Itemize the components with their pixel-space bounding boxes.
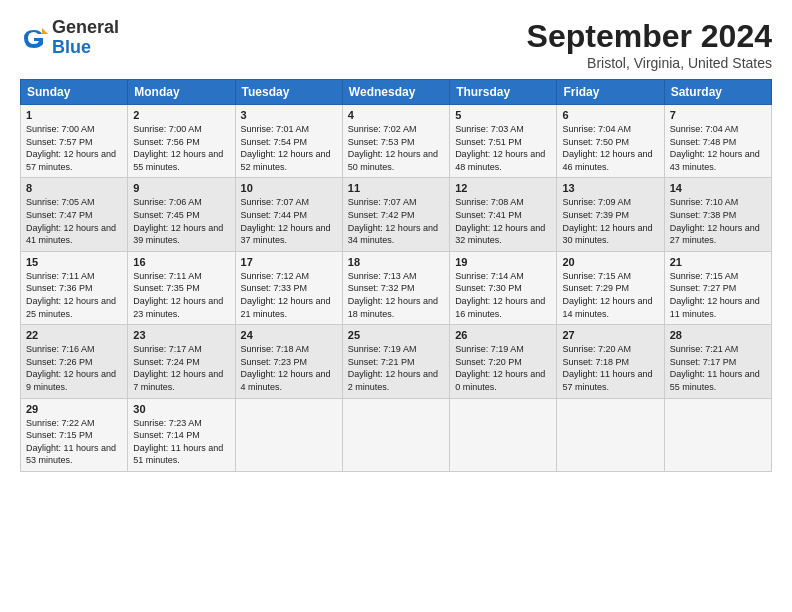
calendar-week-5: 29 Sunrise: 7:22 AM Sunset: 7:15 PM Dayl…: [21, 398, 772, 471]
day-number: 27: [562, 329, 658, 341]
day-number: 4: [348, 109, 444, 121]
day-number: 18: [348, 256, 444, 268]
calendar-header-wednesday: Wednesday: [342, 80, 449, 105]
calendar-cell: 6 Sunrise: 7:04 AM Sunset: 7:50 PM Dayli…: [557, 105, 664, 178]
logo-text: General Blue: [52, 18, 119, 58]
calendar-cell: 18 Sunrise: 7:13 AM Sunset: 7:32 PM Dayl…: [342, 251, 449, 324]
day-info: Sunrise: 7:19 AM Sunset: 7:21 PM Dayligh…: [348, 343, 444, 393]
day-number: 8: [26, 182, 122, 194]
calendar-cell: 1 Sunrise: 7:00 AM Sunset: 7:57 PM Dayli…: [21, 105, 128, 178]
day-info: Sunrise: 7:00 AM Sunset: 7:57 PM Dayligh…: [26, 123, 122, 173]
day-info: Sunrise: 7:22 AM Sunset: 7:15 PM Dayligh…: [26, 417, 122, 467]
page-title: September 2024: [527, 18, 772, 55]
day-info: Sunrise: 7:11 AM Sunset: 7:36 PM Dayligh…: [26, 270, 122, 320]
day-info: Sunrise: 7:23 AM Sunset: 7:14 PM Dayligh…: [133, 417, 229, 467]
day-number: 5: [455, 109, 551, 121]
day-info: Sunrise: 7:13 AM Sunset: 7:32 PM Dayligh…: [348, 270, 444, 320]
day-number: 19: [455, 256, 551, 268]
calendar-cell: 20 Sunrise: 7:15 AM Sunset: 7:29 PM Dayl…: [557, 251, 664, 324]
calendar-cell: 8 Sunrise: 7:05 AM Sunset: 7:47 PM Dayli…: [21, 178, 128, 251]
calendar-cell: 16 Sunrise: 7:11 AM Sunset: 7:35 PM Dayl…: [128, 251, 235, 324]
calendar-cell: 12 Sunrise: 7:08 AM Sunset: 7:41 PM Dayl…: [450, 178, 557, 251]
day-info: Sunrise: 7:00 AM Sunset: 7:56 PM Dayligh…: [133, 123, 229, 173]
calendar-header-monday: Monday: [128, 80, 235, 105]
day-number: 7: [670, 109, 766, 121]
calendar-header-sunday: Sunday: [21, 80, 128, 105]
calendar-cell: 21 Sunrise: 7:15 AM Sunset: 7:27 PM Dayl…: [664, 251, 771, 324]
calendar-cell: 29 Sunrise: 7:22 AM Sunset: 7:15 PM Dayl…: [21, 398, 128, 471]
day-number: 14: [670, 182, 766, 194]
calendar-header-tuesday: Tuesday: [235, 80, 342, 105]
calendar-header-friday: Friday: [557, 80, 664, 105]
day-info: Sunrise: 7:05 AM Sunset: 7:47 PM Dayligh…: [26, 196, 122, 246]
day-number: 17: [241, 256, 337, 268]
header: General Blue September 2024 Bristol, Vir…: [20, 18, 772, 71]
calendar-cell: 19 Sunrise: 7:14 AM Sunset: 7:30 PM Dayl…: [450, 251, 557, 324]
day-number: 25: [348, 329, 444, 341]
calendar-cell: [664, 398, 771, 471]
calendar-cell: 5 Sunrise: 7:03 AM Sunset: 7:51 PM Dayli…: [450, 105, 557, 178]
calendar-cell: 25 Sunrise: 7:19 AM Sunset: 7:21 PM Dayl…: [342, 325, 449, 398]
day-number: 24: [241, 329, 337, 341]
day-info: Sunrise: 7:18 AM Sunset: 7:23 PM Dayligh…: [241, 343, 337, 393]
calendar-table: SundayMondayTuesdayWednesdayThursdayFrid…: [20, 79, 772, 472]
calendar-cell: 2 Sunrise: 7:00 AM Sunset: 7:56 PM Dayli…: [128, 105, 235, 178]
day-number: 22: [26, 329, 122, 341]
day-info: Sunrise: 7:09 AM Sunset: 7:39 PM Dayligh…: [562, 196, 658, 246]
calendar-week-3: 15 Sunrise: 7:11 AM Sunset: 7:36 PM Dayl…: [21, 251, 772, 324]
calendar-cell: 28 Sunrise: 7:21 AM Sunset: 7:17 PM Dayl…: [664, 325, 771, 398]
calendar-week-1: 1 Sunrise: 7:00 AM Sunset: 7:57 PM Dayli…: [21, 105, 772, 178]
day-info: Sunrise: 7:12 AM Sunset: 7:33 PM Dayligh…: [241, 270, 337, 320]
day-number: 28: [670, 329, 766, 341]
calendar-cell: 15 Sunrise: 7:11 AM Sunset: 7:36 PM Dayl…: [21, 251, 128, 324]
day-info: Sunrise: 7:07 AM Sunset: 7:44 PM Dayligh…: [241, 196, 337, 246]
calendar-header-row: SundayMondayTuesdayWednesdayThursdayFrid…: [21, 80, 772, 105]
page-subtitle: Bristol, Virginia, United States: [527, 55, 772, 71]
calendar-cell: 27 Sunrise: 7:20 AM Sunset: 7:18 PM Dayl…: [557, 325, 664, 398]
page: General Blue September 2024 Bristol, Vir…: [0, 0, 792, 612]
day-info: Sunrise: 7:04 AM Sunset: 7:48 PM Dayligh…: [670, 123, 766, 173]
day-info: Sunrise: 7:07 AM Sunset: 7:42 PM Dayligh…: [348, 196, 444, 246]
day-number: 20: [562, 256, 658, 268]
day-info: Sunrise: 7:15 AM Sunset: 7:27 PM Dayligh…: [670, 270, 766, 320]
logo-icon: [20, 24, 48, 52]
day-number: 9: [133, 182, 229, 194]
logo: General Blue: [20, 18, 119, 58]
day-info: Sunrise: 7:16 AM Sunset: 7:26 PM Dayligh…: [26, 343, 122, 393]
calendar-cell: [557, 398, 664, 471]
calendar-cell: 3 Sunrise: 7:01 AM Sunset: 7:54 PM Dayli…: [235, 105, 342, 178]
day-number: 29: [26, 403, 122, 415]
day-number: 30: [133, 403, 229, 415]
calendar-cell: 30 Sunrise: 7:23 AM Sunset: 7:14 PM Dayl…: [128, 398, 235, 471]
day-info: Sunrise: 7:01 AM Sunset: 7:54 PM Dayligh…: [241, 123, 337, 173]
calendar-cell: 23 Sunrise: 7:17 AM Sunset: 7:24 PM Dayl…: [128, 325, 235, 398]
day-number: 26: [455, 329, 551, 341]
day-number: 13: [562, 182, 658, 194]
logo-blue: Blue: [52, 38, 119, 58]
day-number: 6: [562, 109, 658, 121]
calendar-cell: 17 Sunrise: 7:12 AM Sunset: 7:33 PM Dayl…: [235, 251, 342, 324]
calendar-cell: 7 Sunrise: 7:04 AM Sunset: 7:48 PM Dayli…: [664, 105, 771, 178]
day-number: 12: [455, 182, 551, 194]
day-number: 1: [26, 109, 122, 121]
day-info: Sunrise: 7:17 AM Sunset: 7:24 PM Dayligh…: [133, 343, 229, 393]
day-info: Sunrise: 7:10 AM Sunset: 7:38 PM Dayligh…: [670, 196, 766, 246]
day-number: 3: [241, 109, 337, 121]
day-number: 23: [133, 329, 229, 341]
day-number: 11: [348, 182, 444, 194]
day-info: Sunrise: 7:15 AM Sunset: 7:29 PM Dayligh…: [562, 270, 658, 320]
day-number: 16: [133, 256, 229, 268]
day-info: Sunrise: 7:04 AM Sunset: 7:50 PM Dayligh…: [562, 123, 658, 173]
day-info: Sunrise: 7:08 AM Sunset: 7:41 PM Dayligh…: [455, 196, 551, 246]
calendar-header-saturday: Saturday: [664, 80, 771, 105]
calendar-cell: 22 Sunrise: 7:16 AM Sunset: 7:26 PM Dayl…: [21, 325, 128, 398]
calendar-cell: [450, 398, 557, 471]
calendar-cell: 13 Sunrise: 7:09 AM Sunset: 7:39 PM Dayl…: [557, 178, 664, 251]
logo-general: General: [52, 18, 119, 38]
day-info: Sunrise: 7:20 AM Sunset: 7:18 PM Dayligh…: [562, 343, 658, 393]
calendar-cell: 11 Sunrise: 7:07 AM Sunset: 7:42 PM Dayl…: [342, 178, 449, 251]
calendar-header-thursday: Thursday: [450, 80, 557, 105]
calendar-cell: 4 Sunrise: 7:02 AM Sunset: 7:53 PM Dayli…: [342, 105, 449, 178]
calendar-cell: 10 Sunrise: 7:07 AM Sunset: 7:44 PM Dayl…: [235, 178, 342, 251]
calendar-cell: 9 Sunrise: 7:06 AM Sunset: 7:45 PM Dayli…: [128, 178, 235, 251]
